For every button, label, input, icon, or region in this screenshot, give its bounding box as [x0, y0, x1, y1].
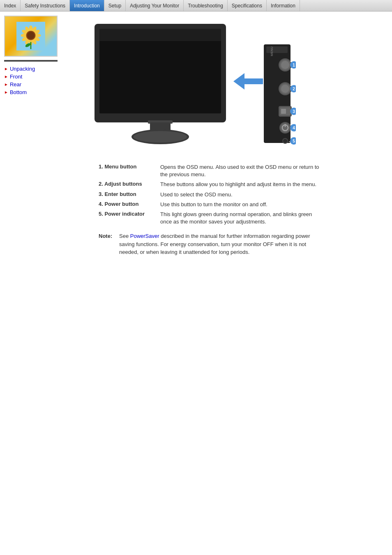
desc-label-2: 2. Adjust buttons [99, 181, 160, 187]
desc-text-1: Opens the OSD menu. Also used to exit th… [160, 164, 325, 178]
nav-item-index[interactable]: Index [0, 0, 21, 11]
desc-row-4: 4. Power button Use this button to turn … [99, 201, 384, 208]
svg-point-30 [281, 61, 289, 69]
nav-item-setup[interactable]: Setup [104, 0, 126, 11]
nav-item-specifications[interactable]: Specifications [228, 0, 267, 11]
content-area: MENU —1 —2 —3 [74, 16, 392, 260]
svg-rect-26 [266, 46, 288, 53]
sidebar-link-unpacking[interactable]: ►Unpacking [4, 66, 70, 72]
svg-text:3: 3 [293, 109, 295, 114]
sidebar: ►Unpacking►Front►Rear►Bottom [0, 16, 74, 260]
desc-row-2: 2. Adjust buttons These buttons allow yo… [99, 181, 384, 188]
arrow-icon: ► [4, 90, 8, 94]
nav-item-troubleshooting[interactable]: Troubleshooting [184, 0, 228, 11]
svg-text:MENU: MENU [270, 46, 274, 56]
desc-row-1: 1. Menu button Opens the OSD menu. Also … [99, 164, 384, 178]
svg-text:1: 1 [293, 63, 295, 67]
svg-point-14 [27, 32, 35, 39]
nav-item-information[interactable]: Information [267, 0, 300, 11]
sidebar-link-text[interactable]: Front [10, 74, 22, 80]
navigation-bar: IndexSafety InstructionsIntroductionSetu… [0, 0, 392, 12]
arrow-icon: ► [4, 67, 8, 71]
note-section: Note: See PowerSaver described in the ma… [99, 232, 384, 256]
sidebar-link-text[interactable]: Rear [10, 81, 21, 88]
arrow-icon: ► [4, 82, 8, 87]
desc-label-3: 3. Enter button [99, 191, 160, 197]
sidebar-links: ►Unpacking►Front►Rear►Bottom [4, 66, 70, 95]
desc-row-3: 3. Enter button Used to select the OSD m… [99, 191, 384, 198]
svg-marker-24 [233, 73, 263, 90]
svg-rect-18 [99, 29, 221, 113]
svg-point-34 [281, 85, 289, 93]
svg-text:2: 2 [293, 87, 295, 91]
nav-item-adjusting-your-monitor[interactable]: Adjusting Your Monitor [126, 0, 184, 11]
note-text: See PowerSaver described in the manual f… [119, 232, 325, 256]
sidebar-link-text[interactable]: Unpacking [10, 66, 35, 72]
note-label: Note: [99, 232, 119, 256]
nav-item-safety-instructions[interactable]: Safety Instructions [21, 0, 70, 11]
desc-row-5: 5. Power indicator This light glows gree… [99, 211, 384, 226]
sidebar-link-front[interactable]: ►Front [4, 74, 70, 80]
arrow-icon: ► [4, 74, 8, 79]
desc-text-3: Used to select the OSD menu. [160, 191, 233, 198]
nav-item-introduction[interactable]: Introduction [70, 0, 104, 11]
svg-point-46 [283, 139, 287, 143]
diagram-container: MENU —1 —2 —3 [82, 20, 384, 151]
desc-text-4: Use this button to turn the monitor on a… [160, 201, 267, 208]
sidebar-link-bottom[interactable]: ►Bottom [4, 89, 70, 95]
intro-thumbnail [4, 16, 58, 57]
powersaver-link[interactable]: PowerSaver [130, 233, 159, 239]
descriptions-section: 1. Menu button Opens the OSD menu. Also … [99, 164, 384, 226]
svg-rect-19 [99, 29, 221, 41]
desc-label-4: 4. Power button [99, 201, 160, 207]
sidebar-link-text[interactable]: Bottom [10, 89, 27, 95]
svg-rect-38 [281, 109, 286, 114]
monitor-diagram: MENU —1 —2 —3 [82, 20, 296, 151]
svg-point-23 [134, 131, 187, 143]
desc-label-1: 1. Menu button [99, 164, 160, 170]
flower-icon [16, 22, 45, 51]
svg-text:5: 5 [293, 139, 295, 143]
intro-image-label [4, 60, 58, 62]
sidebar-link-rear[interactable]: ►Rear [4, 81, 70, 88]
main-layout: ►Unpacking►Front►Rear►Bottom [0, 12, 392, 265]
svg-text:4: 4 [293, 126, 295, 130]
desc-text-2: These buttons allow you to highlight and… [160, 181, 316, 188]
desc-label-5: 5. Power indicator [99, 211, 160, 217]
desc-text-5: This light glows green during normal ope… [160, 211, 325, 226]
